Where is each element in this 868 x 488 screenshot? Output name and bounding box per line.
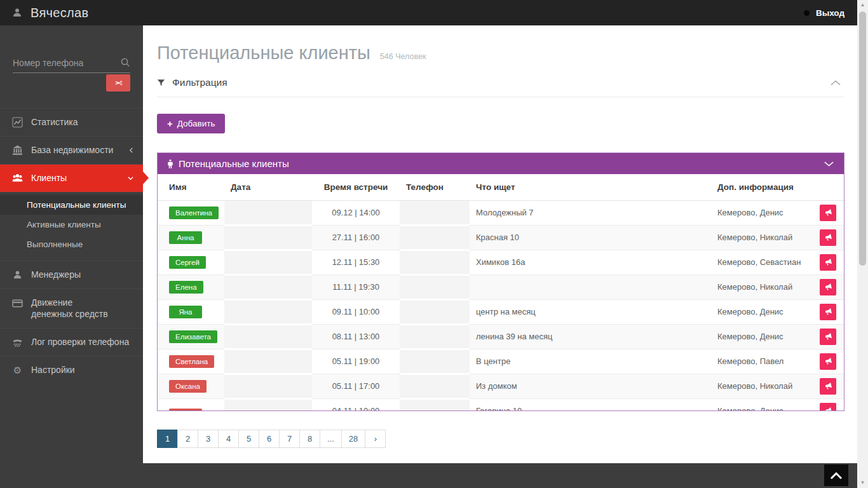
chevron-up-icon: [830, 471, 843, 480]
scrollbar-thumb[interactable]: [859, 11, 866, 266]
column-header: Что ищет: [470, 174, 711, 200]
megaphone-button[interactable]: [820, 353, 836, 370]
name-cell: Сергей: [158, 250, 224, 274]
pagination-next[interactable]: ›: [365, 430, 386, 448]
megaphone-icon: [824, 357, 832, 365]
clients-submenu: Потенциальные клиенты Активные клиенты В…: [0, 192, 143, 261]
scroll-to-top-button[interactable]: [824, 464, 848, 486]
client-name-badge[interactable]: Валентина: [169, 207, 219, 219]
sidebar-item-realty[interactable]: База недвижимости: [0, 136, 143, 164]
megaphone-button[interactable]: [820, 378, 836, 395]
seeking-cell: Гагарина 10: [470, 398, 711, 410]
credit-card-icon: [12, 298, 23, 309]
date-cell: [224, 250, 312, 274]
pagination-ellipsis[interactable]: ...: [320, 430, 342, 448]
main-content: Потенциальные клиенты 546 Человек Фильтр…: [143, 25, 857, 463]
pagination-page[interactable]: 2: [177, 430, 198, 448]
client-name-badge[interactable]: Яна: [169, 306, 202, 318]
date-cell: [224, 398, 312, 410]
table-row: Елена11.11 | 19:30Кемерово, Николай: [158, 274, 844, 299]
pagination-page[interactable]: 8: [299, 430, 320, 448]
table-row: Анна27.11 | 16:00Красная 10Кемерово, Ник…: [158, 225, 844, 250]
megaphone-button[interactable]: [820, 205, 836, 221]
action-cell: [813, 398, 844, 410]
megaphone-icon: [824, 283, 832, 291]
date-cell: [224, 274, 312, 299]
add-button-label: Добавить: [177, 119, 215, 128]
phone-search-input[interactable]: [13, 58, 114, 68]
column-header: Доп. информация: [711, 174, 813, 200]
phone-cell: [400, 398, 470, 410]
page-scrollbar[interactable]: ▲ ▼: [857, 0, 868, 488]
action-cell: [813, 274, 844, 299]
phone-cell: [400, 274, 470, 299]
sidebar-item-statistics[interactable]: Статистика: [0, 108, 143, 136]
action-cell: [813, 299, 844, 324]
sidebar-item-label: Клиенты: [31, 172, 67, 184]
pagination-page[interactable]: 28: [341, 430, 365, 448]
pagination-page[interactable]: 5: [238, 430, 259, 448]
client-name-badge[interactable]: Анна: [169, 231, 202, 244]
pagination-page[interactable]: 4: [218, 430, 239, 448]
submenu-item-active-clients[interactable]: Активные клиенты: [0, 215, 143, 234]
scrollbar-up-icon[interactable]: ▲: [857, 0, 868, 10]
phone-cell: [400, 250, 470, 274]
sidebar-item-money-flow[interactable]: Движение денежных средств: [0, 288, 143, 329]
filter-collapse-button[interactable]: [831, 79, 841, 86]
sidebar: ✂ Статистика База недвижимости Клиенты: [0, 25, 143, 488]
client-name-badge[interactable]: Елизавета: [169, 330, 217, 343]
filter-bar: Фильтрация: [157, 77, 844, 97]
pagination-page[interactable]: 6: [259, 430, 280, 448]
phone-log-icon: [12, 337, 23, 348]
megaphone-button[interactable]: [820, 254, 836, 271]
logout-button[interactable]: Выход: [804, 8, 857, 18]
megaphone-icon: [824, 208, 832, 217]
action-cell: [813, 374, 844, 398]
pagination-page[interactable]: 1: [157, 430, 178, 448]
add-client-button[interactable]: + Добавить: [157, 114, 225, 133]
phone-cell: [400, 225, 470, 250]
seeking-cell: Химиков 16а: [470, 250, 711, 274]
chevron-left-icon: [128, 147, 134, 153]
sidebar-item-phone-log[interactable]: Лог проверки телефона: [0, 328, 143, 356]
megaphone-button[interactable]: [820, 229, 836, 246]
action-cell: [813, 250, 844, 274]
megaphone-button[interactable]: [820, 279, 836, 295]
pagination-page[interactable]: 3: [198, 430, 219, 448]
logout-label: Выход: [816, 8, 844, 18]
date-cell: [224, 324, 312, 349]
client-name-badge[interactable]: Оксана: [169, 380, 207, 393]
phone-cell: [400, 299, 470, 324]
submenu-item-completed[interactable]: Выполненные: [0, 234, 143, 254]
sidebar-item-clients[interactable]: Клиенты: [0, 164, 143, 192]
megaphone-icon: [824, 258, 832, 266]
sidebar-item-managers[interactable]: Менеджеры: [0, 261, 143, 288]
megaphone-button[interactable]: [820, 304, 836, 320]
name-cell: Яна: [158, 299, 224, 324]
client-name-badge[interactable]: [169, 409, 202, 410]
client-name-badge[interactable]: Сергей: [169, 256, 206, 269]
client-name-badge[interactable]: Светлана: [169, 355, 214, 368]
meeting-time-cell: 05.11 | 19:00: [312, 349, 400, 374]
column-header: Дата: [224, 174, 312, 200]
sidebar-nav: Статистика База недвижимости Клиенты Пот…: [0, 108, 143, 384]
info-cell: Кемерово, Николай: [711, 225, 813, 250]
megaphone-icon: [824, 332, 832, 341]
filter-label: Фильтрация: [172, 77, 227, 88]
date-cell: [224, 225, 312, 250]
sidebar-item-settings[interactable]: ⚙ Настройки: [0, 356, 143, 384]
sidebar-item-label: Лог проверки телефона: [31, 336, 129, 348]
scrollbar-down-icon[interactable]: ▼: [857, 478, 868, 488]
clear-search-button[interactable]: ✂: [106, 74, 130, 92]
pagination-page[interactable]: 7: [279, 430, 300, 448]
meeting-time-cell: 11.11 | 19:30: [312, 274, 400, 299]
submenu-item-potential-clients[interactable]: Потенциальные клиенты: [0, 195, 143, 215]
name-cell: Светлана: [158, 349, 224, 374]
megaphone-button[interactable]: [820, 329, 836, 345]
client-name-badge[interactable]: Елена: [169, 281, 203, 294]
column-header: Имя: [158, 174, 224, 200]
date-cell: [224, 299, 312, 324]
sidebar-item-label: База недвижимости: [31, 144, 113, 156]
megaphone-button[interactable]: [820, 403, 836, 410]
panel-collapse-button[interactable]: [824, 161, 834, 167]
